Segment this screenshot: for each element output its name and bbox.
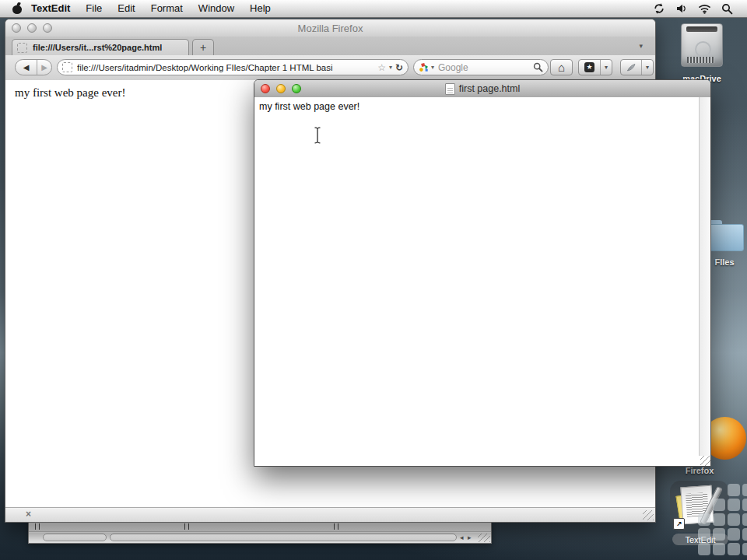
document-text: my first web page ever! (259, 101, 359, 112)
reload-icon[interactable]: ↻ (395, 62, 403, 73)
column-resize-grip[interactable] (184, 523, 189, 530)
watermark-square (713, 528, 725, 541)
watermark-square (698, 513, 710, 526)
firefox-statusbar: × (5, 507, 655, 522)
search-bar[interactable]: ▾ Google (413, 59, 549, 75)
menu-item-window[interactable]: Window (191, 0, 242, 17)
window-title: Mozilla Firefox (5, 23, 655, 34)
watermark-square (728, 499, 740, 511)
apple-menu-icon[interactable] (11, 2, 23, 15)
scrollbar-thumb[interactable] (110, 534, 457, 541)
resize-grip[interactable] (700, 456, 710, 466)
background-window-bottom-bar (29, 522, 491, 532)
page-text: my first web page ever! (15, 86, 125, 100)
google-engine-icon[interactable] (419, 62, 429, 72)
hard-drive-label-strip (686, 26, 717, 32)
addon-feather-icon (621, 62, 641, 72)
firefox-app-label[interactable]: Firefox (674, 466, 725, 475)
resize-grip[interactable] (643, 510, 654, 520)
spotlight-search-icon[interactable] (721, 3, 733, 15)
url-dropdown-icon[interactable]: ▾ (389, 64, 392, 71)
watermark-square (742, 513, 747, 526)
home-button[interactable]: ⌂ (550, 59, 573, 75)
watermark-square (742, 499, 747, 511)
watermark-square (742, 528, 747, 541)
search-input[interactable]: Google (438, 62, 533, 73)
scrollbar-thumb[interactable] (43, 534, 107, 541)
text-cursor (314, 127, 321, 147)
menu-item-textedit[interactable]: TextEdit (23, 0, 78, 17)
menu-bar: TextEdit File Edit Format Window Help (0, 0, 747, 18)
watermark-square (728, 543, 740, 555)
bookmarks-star-icon: ★ (584, 62, 594, 72)
back-button[interactable]: ◀ (16, 60, 37, 75)
volume-icon[interactable] (675, 2, 688, 15)
watermark-square (713, 543, 725, 555)
tab-label: file:///Users/it...rst%20page.html (33, 43, 162, 52)
hard-drive-platter (695, 41, 711, 58)
textedit-window: first page.html my first web page ever! (254, 79, 711, 467)
navigation-toolbar: ◀ ▶ file:///Users/itadmin/Desktop/Workin… (5, 55, 655, 81)
tab-first-page[interactable]: file:///Users/it...rst%20page.html (12, 39, 189, 55)
menu-item-edit[interactable]: Edit (110, 0, 142, 17)
desktop: macDrive FIles Firefox ↗ TextEdit (0, 0, 747, 560)
textedit-titlebar[interactable]: first page.html (254, 80, 710, 98)
url-input[interactable]: file:///Users/itadmin/Desktop/Working FI… (77, 63, 374, 72)
bookmarks-dropdown-icon[interactable]: ▾ (600, 60, 612, 75)
watermark-square (713, 499, 725, 511)
forward-button[interactable]: ▶ (37, 60, 51, 75)
watermark-square (728, 484, 740, 496)
addon-button[interactable]: ▾ (620, 59, 654, 75)
addon-dropdown-icon[interactable]: ▾ (641, 60, 653, 75)
search-magnifier-icon[interactable] (533, 62, 543, 72)
vertical-scrollbar[interactable] (699, 97, 710, 456)
wifi-icon[interactable] (698, 2, 711, 15)
new-tab-button[interactable]: + (192, 39, 214, 55)
page-favicon-placeholder-icon (17, 43, 27, 53)
firefox-titlebar[interactable]: Mozilla Firefox (5, 19, 655, 37)
alias-arrow-icon: ↗ (673, 518, 685, 530)
background-window[interactable]: ◂ ▸ (28, 521, 492, 544)
tab-strip: file:///Users/it...rst%20page.html + ▾ (5, 37, 655, 56)
search-engine-dropdown-icon[interactable]: ▾ (431, 64, 434, 71)
watermark-square (728, 528, 740, 541)
scroll-left-arrow[interactable]: ◂ (460, 533, 464, 543)
back-forward-group: ◀ ▶ (15, 59, 52, 75)
text-editing-area[interactable]: my first web page ever! (254, 97, 700, 466)
menu-item-format[interactable]: Format (143, 0, 191, 17)
url-favicon-placeholder-icon (62, 62, 72, 72)
hard-drive-icon[interactable] (681, 23, 723, 67)
resize-grip[interactable] (478, 534, 490, 542)
hard-drive-grill (687, 57, 714, 63)
window-title: first page.html (459, 83, 521, 94)
sync-icon[interactable] (653, 2, 665, 15)
watermark-square (742, 543, 747, 555)
watermark-square (742, 484, 747, 496)
watermark-square (728, 513, 740, 526)
menu-item-help[interactable]: Help (242, 0, 279, 17)
url-bar[interactable]: file:///Users/itadmin/Desktop/Working FI… (57, 59, 409, 75)
document-proxy-icon[interactable] (445, 83, 455, 95)
watermark-square (713, 513, 725, 526)
menu-item-file[interactable]: File (78, 0, 110, 17)
watermark-square (698, 528, 710, 541)
statusbar-close-icon[interactable]: × (26, 509, 31, 520)
hard-drive-body (681, 23, 723, 67)
watermark-square (698, 543, 710, 555)
column-resize-grip[interactable] (334, 523, 338, 530)
horizontal-scrollbar[interactable]: ◂ ▸ (29, 533, 491, 543)
bookmarks-button[interactable]: ★ ▾ (578, 59, 612, 75)
list-all-tabs-icon[interactable]: ▾ (639, 42, 643, 50)
bookmark-star-icon[interactable]: ☆ (377, 62, 386, 73)
column-resize-grip[interactable] (35, 523, 40, 530)
scroll-right-arrow[interactable]: ▸ (468, 533, 472, 543)
